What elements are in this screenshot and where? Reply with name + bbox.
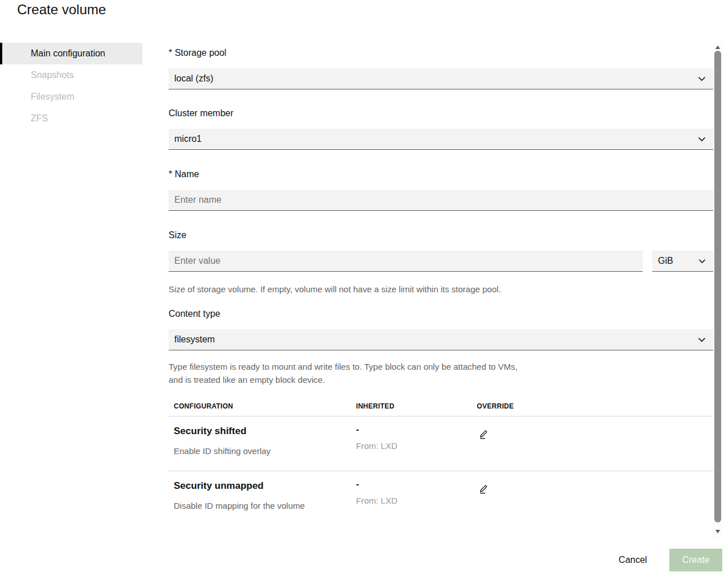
sidebar-item-filesystem[interactable]: Filesystem bbox=[0, 86, 142, 108]
cancel-button[interactable]: Cancel bbox=[607, 549, 659, 571]
chevron-down-icon bbox=[698, 76, 706, 81]
column-header-override: OVERRIDE bbox=[477, 402, 514, 410]
size-unit-value: GiB bbox=[658, 256, 673, 266]
create-volume-dialog: Create volume Main configuration Snapsho… bbox=[0, 0, 728, 576]
cluster-member-value: micro1 bbox=[174, 134, 202, 144]
content-type-value: filesystem bbox=[174, 334, 215, 345]
vertical-scrollbar[interactable] bbox=[713, 43, 722, 538]
table-row-security-unmapped: Security unmapped Disable ID mapping for… bbox=[169, 471, 714, 525]
sidebar-item-label: Snapshots bbox=[31, 70, 74, 80]
sidebar-item-zfs[interactable]: ZFS bbox=[0, 108, 142, 129]
column-header-configuration: CONFIGURATION bbox=[174, 402, 233, 410]
content-type-label: Content type bbox=[169, 309, 220, 319]
edit-icon bbox=[478, 428, 489, 439]
storage-pool-label: * Storage pool bbox=[169, 48, 226, 58]
name-input[interactable] bbox=[169, 190, 714, 211]
config-description: Disable ID mapping for the volume bbox=[174, 501, 305, 510]
column-header-inherited: INHERITED bbox=[356, 402, 394, 410]
configuration-table-header: CONFIGURATION INHERITED OVERRIDE bbox=[169, 399, 714, 416]
cluster-member-select[interactable]: micro1 bbox=[169, 129, 714, 150]
override-edit-button[interactable] bbox=[477, 481, 490, 495]
sidebar-item-label: Filesystem bbox=[31, 92, 74, 101]
scroll-up-icon[interactable] bbox=[715, 46, 720, 49]
chevron-down-icon bbox=[698, 259, 706, 264]
storage-pool-select[interactable]: local (zfs) bbox=[169, 68, 714, 89]
chevron-down-icon bbox=[698, 337, 706, 342]
config-name: Security shifted bbox=[174, 426, 247, 437]
sidebar-item-label: ZFS bbox=[31, 113, 48, 123]
chevron-down-icon bbox=[698, 137, 706, 142]
configuration-table: CONFIGURATION INHERITED OVERRIDE Securit… bbox=[169, 399, 714, 525]
size-input[interactable] bbox=[169, 251, 643, 272]
name-label: * Name bbox=[169, 169, 199, 179]
scrollbar-thumb[interactable] bbox=[714, 51, 721, 522]
content-type-help-text: Type filesystem is ready to mount and wr… bbox=[169, 360, 525, 386]
edit-icon bbox=[478, 483, 489, 494]
size-label: Size bbox=[169, 230, 186, 240]
inherited-value: - bbox=[356, 424, 359, 435]
inherited-source: From: LXD bbox=[356, 496, 398, 505]
content-type-select[interactable]: filesystem bbox=[169, 329, 714, 350]
config-description: Enable ID shifting overlay bbox=[174, 446, 271, 456]
scroll-down-icon[interactable] bbox=[715, 530, 720, 533]
table-row-security-shifted: Security shifted Enable ID shifting over… bbox=[169, 416, 714, 471]
override-edit-button[interactable] bbox=[477, 427, 490, 440]
config-name: Security unmapped bbox=[174, 480, 264, 492]
form-section-nav: Main configuration Snapshots Filesystem … bbox=[0, 43, 142, 129]
page-title: Create volume bbox=[17, 2, 106, 18]
inherited-source: From: LXD bbox=[356, 441, 398, 451]
create-button[interactable]: Create bbox=[669, 549, 722, 571]
sidebar-item-main-configuration[interactable]: Main configuration bbox=[0, 43, 142, 64]
sidebar-item-snapshots[interactable]: Snapshots bbox=[0, 64, 142, 86]
inherited-value: - bbox=[356, 479, 359, 489]
size-unit-select[interactable]: GiB bbox=[652, 251, 714, 272]
storage-pool-value: local (zfs) bbox=[174, 73, 213, 84]
cluster-member-label: Cluster member bbox=[169, 108, 234, 119]
size-help-text: Size of storage volume. If empty, volume… bbox=[169, 283, 704, 296]
sidebar-item-label: Main configuration bbox=[31, 48, 105, 58]
